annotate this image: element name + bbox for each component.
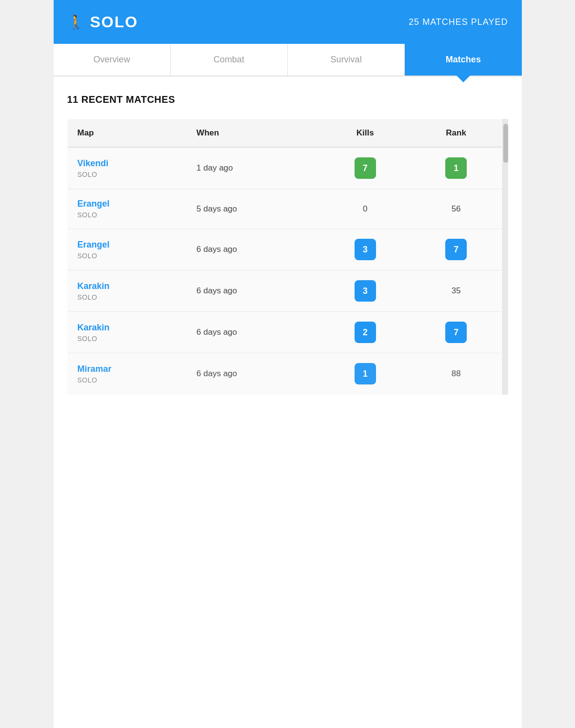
map-mode: SOLO [78, 252, 177, 260]
kills-badge: 3 [355, 280, 376, 302]
tab-combat[interactable]: Combat [171, 44, 288, 76]
matches-table: Map When Kills Rank Vikendi SOLO 1 day a… [67, 119, 502, 395]
cell-map: Vikendi SOLO [67, 147, 187, 189]
cell-when: 6 days ago [187, 312, 320, 353]
content-with-scrollbar: Map When Kills Rank Vikendi SOLO 1 day a… [67, 119, 508, 395]
rank-badge: 7 [445, 239, 467, 260]
rank-badge: 1 [445, 157, 467, 179]
rank-value: 88 [420, 369, 492, 379]
kills-badge: 3 [355, 239, 376, 260]
table-row[interactable]: Karakin SOLO 6 days ago335 [67, 270, 502, 312]
kills-value: 0 [330, 204, 401, 214]
table-row[interactable]: Erangel SOLO 5 days ago056 [67, 189, 502, 229]
cell-kills: 2 [320, 312, 411, 353]
kills-badge: 1 [355, 363, 376, 384]
tab-matches[interactable]: Matches [405, 44, 521, 76]
tab-overview[interactable]: Overview [54, 44, 171, 76]
header-left: 🚶 SOLO [67, 13, 139, 31]
map-name-link[interactable]: Vikendi [78, 158, 177, 169]
cell-rank: 88 [411, 353, 502, 395]
map-name-link[interactable]: Karakin [78, 323, 177, 333]
map-name-link[interactable]: Karakin [78, 281, 177, 291]
map-name-link[interactable]: Erangel [78, 199, 177, 209]
tab-survival[interactable]: Survival [288, 44, 405, 76]
rank-value: 56 [420, 204, 492, 214]
cell-kills: 3 [320, 270, 411, 312]
when-text: 6 days ago [197, 286, 237, 295]
cell-when: 6 days ago [187, 270, 320, 312]
when-text: 5 days ago [197, 204, 237, 213]
matches-played-label: 25 MATCHES PLAYED [409, 17, 508, 27]
when-text: 6 days ago [197, 245, 237, 254]
cell-map: Miramar SOLO [67, 353, 187, 395]
map-mode: SOLO [78, 376, 177, 384]
table-row[interactable]: Vikendi SOLO 1 day ago71 [67, 147, 502, 189]
when-text: 6 days ago [197, 327, 237, 337]
cell-kills: 1 [320, 353, 411, 395]
map-name-link[interactable]: Erangel [78, 240, 177, 250]
cell-kills: 0 [320, 189, 411, 229]
col-header-rank: Rank [411, 119, 502, 148]
main-content: 11 RECENT MATCHES Map When Kills Rank Vi… [54, 77, 522, 412]
cell-map: Erangel SOLO [67, 229, 187, 270]
rank-badge: 7 [445, 322, 467, 343]
rank-value: 35 [420, 286, 492, 296]
cell-when: 5 days ago [187, 189, 320, 229]
col-header-map: Map [67, 119, 187, 148]
cell-map: Erangel SOLO [67, 189, 187, 229]
cell-map: Karakin SOLO [67, 270, 187, 312]
cell-rank: 7 [411, 312, 502, 353]
cell-rank: 35 [411, 270, 502, 312]
when-text: 1 day ago [197, 163, 233, 172]
cell-rank: 7 [411, 229, 502, 270]
scroll-area: Map When Kills Rank Vikendi SOLO 1 day a… [67, 119, 502, 395]
section-title: 11 RECENT MATCHES [67, 94, 508, 105]
solo-icon: 🚶 [67, 14, 84, 30]
cell-kills: 3 [320, 229, 411, 270]
table-row[interactable]: Erangel SOLO 6 days ago37 [67, 229, 502, 270]
cell-rank: 56 [411, 189, 502, 229]
scrollbar-thumb[interactable] [503, 124, 508, 163]
table-row[interactable]: Karakin SOLO 6 days ago27 [67, 312, 502, 353]
scrollbar-track[interactable] [502, 119, 508, 395]
kills-badge: 2 [355, 322, 376, 343]
cell-when: 1 day ago [187, 147, 320, 189]
table-row[interactable]: Miramar SOLO 6 days ago188 [67, 353, 502, 395]
cell-map: Karakin SOLO [67, 312, 187, 353]
col-header-when: When [187, 119, 320, 148]
tabs-container: Overview Combat Survival Matches [54, 44, 522, 77]
map-mode: SOLO [78, 293, 177, 301]
map-mode: SOLO [78, 211, 177, 219]
map-name-link[interactable]: Miramar [78, 364, 177, 374]
cell-kills: 7 [320, 147, 411, 189]
kills-badge: 7 [355, 157, 376, 179]
table-header-row: Map When Kills Rank [67, 119, 502, 148]
header: 🚶 SOLO 25 MATCHES PLAYED [54, 0, 522, 44]
map-mode: SOLO [78, 335, 177, 343]
cell-rank: 1 [411, 147, 502, 189]
map-mode: SOLO [78, 171, 177, 178]
when-text: 6 days ago [197, 369, 237, 378]
cell-when: 6 days ago [187, 353, 320, 395]
app-wrapper: 🚶 SOLO 25 MATCHES PLAYED Overview Combat… [54, 0, 522, 728]
header-title: SOLO [90, 13, 139, 31]
cell-when: 6 days ago [187, 229, 320, 270]
col-header-kills: Kills [320, 119, 411, 148]
